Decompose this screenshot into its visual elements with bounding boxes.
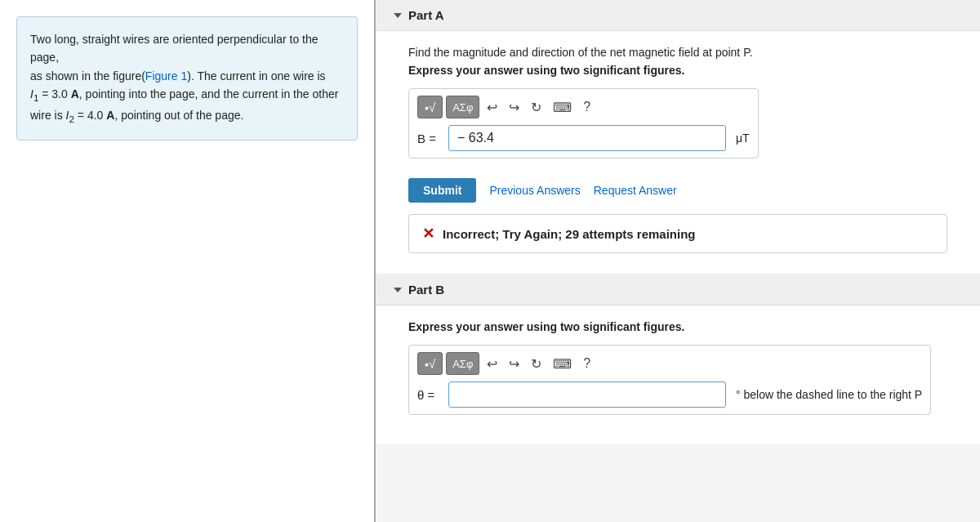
part-b-answer-suffix: ° below the dashed line to the right P: [736, 388, 922, 401]
part-a-refresh-button[interactable]: ↻: [527, 98, 546, 117]
part-a-submit-button[interactable]: Submit: [408, 178, 476, 203]
part-a-aze-button[interactable]: ΑΣφ: [446, 96, 479, 118]
part-b-help-button[interactable]: ?: [579, 355, 595, 373]
part-b-section: Part B Express your answer using two sig…: [376, 274, 980, 444]
part-a-help-button[interactable]: ?: [579, 98, 595, 116]
part-a-request-answer-link[interactable]: Request Answer: [594, 184, 677, 197]
part-a-keyboard-button[interactable]: ⌨: [549, 98, 576, 117]
part-a-instruction-bold: Express your answer using two significan…: [408, 64, 947, 77]
part-a-undo-button[interactable]: ↩: [483, 98, 501, 117]
part-b-instruction-bold: Express your answer using two significan…: [408, 320, 947, 333]
part-b-sqrt-icon: ▪√: [425, 357, 435, 371]
part-a-collapse-icon[interactable]: [394, 13, 402, 18]
part-a-toolbar: ▪√ ΑΣφ ↩ ↪ ↻ ⌨ ?: [417, 96, 750, 118]
part-a-error-text: Incorrect; Try Again; 29 attempts remain…: [443, 227, 696, 241]
part-a-answer-row: B = μT: [417, 125, 750, 151]
part-b-answer-row: θ = ° below the dashed line to the right…: [417, 381, 922, 408]
part-b-math-container: ▪√ ΑΣφ ↩ ↪ ↻ ⌨ ? θ = ° below the dashed …: [408, 345, 931, 415]
part-b-redo-button[interactable]: ↪: [505, 355, 523, 373]
part-a-redo-button[interactable]: ↪: [505, 98, 523, 117]
part-b-header: Part B: [376, 274, 980, 306]
part-b-sqrt-button[interactable]: ▪√: [417, 352, 443, 375]
part-a-error-icon: ✕: [422, 225, 434, 243]
part-b-aze-button[interactable]: ΑΣφ: [446, 352, 479, 375]
left-panel: Two long, straight wires are oriented pe…: [0, 0, 376, 522]
part-a-error-box: ✕ Incorrect; Try Again; 29 attempts rema…: [408, 214, 947, 253]
part-a-title: Part A: [408, 8, 444, 22]
figure-link[interactable]: Figure 1: [145, 69, 187, 83]
part-b-title: Part B: [408, 283, 444, 297]
part-a-body: Find the magnitude and direction of the …: [376, 31, 980, 273]
part-a-math-container: ▪√ ΑΣφ ↩ ↪ ↻ ⌨ ? B = μT: [408, 88, 759, 158]
part-b-refresh-button[interactable]: ↻: [527, 355, 546, 373]
part-a-prev-answers-link[interactable]: Previous Answers: [489, 184, 580, 197]
part-a-sqrt-icon: ▪√: [425, 100, 435, 114]
part-a-instruction: Find the magnitude and direction of the …: [408, 46, 947, 59]
part-b-answer-label: θ =: [417, 388, 442, 402]
part-b-body: Express your answer using two significan…: [376, 306, 980, 444]
part-b-answer-input[interactable]: [448, 381, 726, 408]
part-a-answer-label: B =: [417, 132, 442, 145]
right-panel: Part A Find the magnitude and direction …: [376, 0, 980, 522]
problem-text: Two long, straight wires are oriented pe…: [30, 33, 338, 122]
part-b-toolbar: ▪√ ΑΣφ ↩ ↪ ↻ ⌨ ?: [417, 352, 922, 375]
part-a-answer-input[interactable]: [448, 125, 726, 151]
part-a-submit-row: Submit Previous Answers Request Answer: [408, 178, 947, 203]
part-b-undo-button[interactable]: ↩: [483, 355, 501, 373]
part-a-sqrt-button[interactable]: ▪√: [417, 96, 443, 118]
part-b-keyboard-button[interactable]: ⌨: [549, 355, 576, 373]
part-a-section: Part A Find the magnitude and direction …: [376, 0, 980, 273]
part-a-header: Part A: [376, 0, 980, 31]
part-b-collapse-icon[interactable]: [394, 288, 402, 292]
problem-box: Two long, straight wires are oriented pe…: [16, 16, 358, 141]
part-a-answer-unit: μT: [736, 132, 750, 145]
